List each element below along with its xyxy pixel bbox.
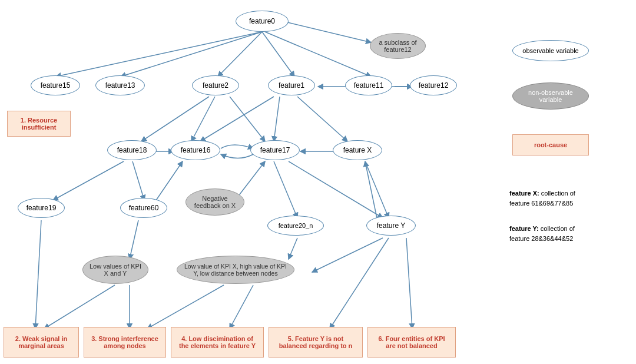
node-label: feature60	[129, 204, 159, 212]
svg-line-1	[121, 32, 262, 77]
node-subclass-feature12: a subclass offeature12	[370, 33, 426, 59]
legend-non-observable-label: non-observablevariable	[528, 89, 573, 103]
svg-line-23	[365, 161, 389, 218]
label-strong-interference: 3. Strong interferenceamong nodes	[84, 327, 166, 358]
svg-line-29	[44, 285, 115, 329]
svg-line-12	[200, 97, 274, 141]
node-feature13: feature13	[95, 75, 145, 95]
node-low-kpi-xy: Low values of KPIX and Y	[82, 256, 148, 284]
node-feature19: feature19	[18, 198, 65, 218]
node-feature1: feature1	[268, 75, 315, 95]
node-low-kpi-x-high-y: Low value of KPI X, high value of KPIY, …	[177, 256, 294, 284]
svg-line-25	[312, 238, 383, 272]
node-feature15: feature15	[31, 75, 80, 95]
svg-line-3	[262, 32, 294, 77]
legend-root-cause-label: root-cause	[534, 141, 567, 148]
svg-line-20	[365, 161, 377, 218]
node-label: feature12	[419, 81, 449, 90]
info-featureY: feature Y: collection offeature 28&36&44…	[509, 224, 627, 243]
svg-line-33	[35, 220, 41, 329]
svg-line-26	[330, 238, 389, 329]
svg-line-27	[406, 238, 412, 329]
node-negative-feedback: Negativefeedback on X	[186, 188, 244, 216]
node-feature60: feature60	[120, 198, 167, 218]
legend-observable-label: observable variable	[522, 47, 578, 54]
node-label: feature19	[26, 204, 57, 212]
svg-line-11	[274, 97, 280, 141]
node-label: feature Y	[377, 221, 405, 230]
svg-line-22	[289, 161, 383, 218]
label-feature-y-not-balanced: 5. Feature Y is notbalanced regarding to…	[269, 327, 363, 358]
node-label: feature2	[203, 81, 228, 90]
node-label: Low value of KPI X, high value of KPIY, …	[184, 263, 287, 277]
svg-line-31	[147, 285, 224, 329]
svg-line-16	[53, 161, 124, 200]
node-feature20n: feature20_n	[267, 216, 324, 236]
svg-line-2	[218, 32, 262, 77]
legend-observable: observable variable	[512, 40, 589, 61]
svg-line-9	[191, 97, 215, 141]
svg-line-7	[283, 21, 371, 42]
svg-line-24	[289, 238, 297, 259]
info-featureX: feature X: collection offeature 61&69&77…	[509, 188, 627, 208]
node-label: feature20_n	[279, 222, 313, 229]
node-label: feature15	[41, 81, 71, 90]
svg-line-8	[141, 97, 209, 141]
node-feature2: feature2	[192, 75, 239, 95]
svg-line-0	[56, 32, 262, 77]
node-label: a subclass offeature12	[379, 39, 416, 53]
node-feature12: feature12	[410, 75, 457, 95]
svg-line-4	[265, 32, 371, 77]
svg-line-18	[156, 161, 183, 200]
node-label: feature18	[117, 146, 147, 154]
svg-line-17	[132, 161, 144, 200]
node-label: feature0	[249, 17, 275, 25]
node-feature0: feature0	[236, 11, 289, 32]
node-feature16: feature16	[171, 140, 220, 160]
node-featureX: feature X	[333, 140, 382, 160]
label-four-entities: 6. Four entities of KPIare not balanced	[367, 327, 456, 358]
node-feature18: feature18	[107, 140, 157, 160]
node-label: feature11	[354, 81, 384, 90]
legend-root-cause: root-cause	[512, 134, 589, 155]
label-weak-signal: 2. Weak signal inmarginal areas	[4, 327, 79, 358]
node-label: Low values of KPIX and Y	[90, 263, 141, 277]
label-resource-insufficient: 1. Resourceinsufficient	[7, 111, 71, 137]
svg-line-28	[130, 220, 138, 259]
svg-line-10	[230, 97, 265, 141]
node-label: feature17	[260, 146, 290, 154]
svg-line-21	[274, 161, 297, 218]
node-feature17: feature17	[250, 140, 300, 160]
node-label: feature16	[181, 146, 211, 154]
node-label: Negativefeedback on X	[194, 195, 236, 209]
node-label: feature1	[279, 81, 304, 90]
node-feature11: feature11	[345, 75, 392, 95]
node-label: feature13	[105, 81, 135, 90]
node-featureY: feature Y	[366, 216, 416, 236]
svg-line-13	[297, 97, 347, 141]
svg-line-32	[230, 285, 253, 329]
label-low-discimination: 4. Low discimination ofthe elements in f…	[171, 327, 264, 358]
legend-non-observable: non-observablevariable	[512, 82, 589, 110]
node-label: feature X	[343, 146, 372, 154]
